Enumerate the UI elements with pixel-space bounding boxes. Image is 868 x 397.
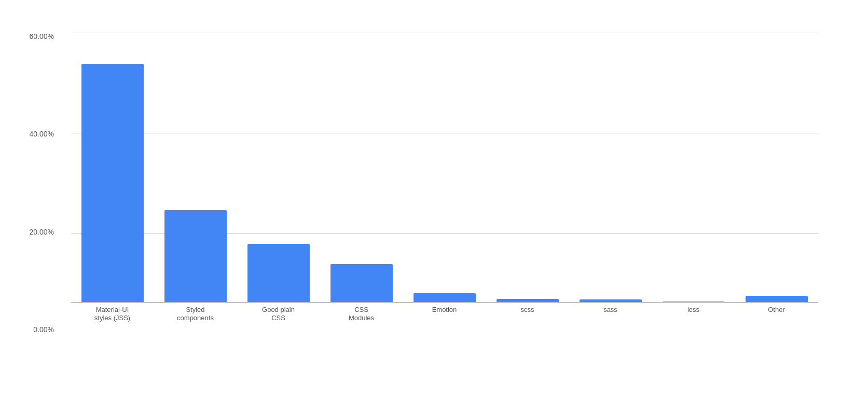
x-label-group-7: less (652, 303, 735, 334)
chart-area: 60.00% 40.00% 20.00% 0.00% Material-UIst… (71, 33, 818, 334)
x-label-3: CSSModules (349, 306, 374, 323)
y-axis-labels: 60.00% 40.00% 20.00% 0.00% (30, 33, 54, 334)
y-label-60: 60.00% (30, 33, 54, 40)
x-label-group-6: sass (569, 303, 652, 334)
bar-1 (164, 210, 227, 303)
bar-0 (81, 64, 144, 302)
bar-group-1 (154, 33, 237, 303)
y-label-0: 0.00% (33, 326, 54, 333)
x-label-group-8: Other (735, 303, 818, 334)
x-label-7: less (687, 306, 699, 314)
bar-group-3 (320, 33, 403, 303)
y-label-40: 40.00% (30, 130, 54, 138)
bar-4 (414, 293, 476, 302)
x-label-group-3: CSSModules (320, 303, 403, 334)
x-axis: Material-UIstyles (JSS)StyledcomponentsG… (71, 303, 818, 334)
bar-group-8 (735, 33, 818, 303)
chart-container: 60.00% 40.00% 20.00% 0.00% Material-UIst… (19, 12, 849, 386)
x-label-4: Emotion (432, 306, 457, 314)
x-label-6: sass (603, 306, 617, 314)
x-label-5: scss (521, 306, 534, 314)
x-label-group-5: scss (486, 303, 569, 334)
bar-group-7 (652, 33, 735, 303)
bar-group-2 (237, 33, 320, 303)
x-label-group-0: Material-UIstyles (JSS) (71, 303, 154, 334)
bar-2 (247, 244, 310, 303)
bar-group-6 (569, 33, 652, 303)
bar-group-0 (71, 33, 154, 303)
bars-area (71, 33, 818, 303)
x-label-2: Good plainCSS (262, 306, 295, 323)
x-label-8: Other (768, 306, 785, 314)
bar-group-5 (486, 33, 569, 303)
bar-group-4 (403, 33, 486, 303)
x-label-group-2: Good plainCSS (237, 303, 320, 334)
x-label-group-4: Emotion (403, 303, 486, 334)
x-label-0: Material-UIstyles (JSS) (94, 306, 130, 323)
x-label-group-1: Styledcomponents (154, 303, 237, 334)
y-label-20: 20.00% (30, 228, 54, 236)
x-label-1: Styledcomponents (177, 306, 214, 323)
bar-3 (330, 264, 393, 303)
